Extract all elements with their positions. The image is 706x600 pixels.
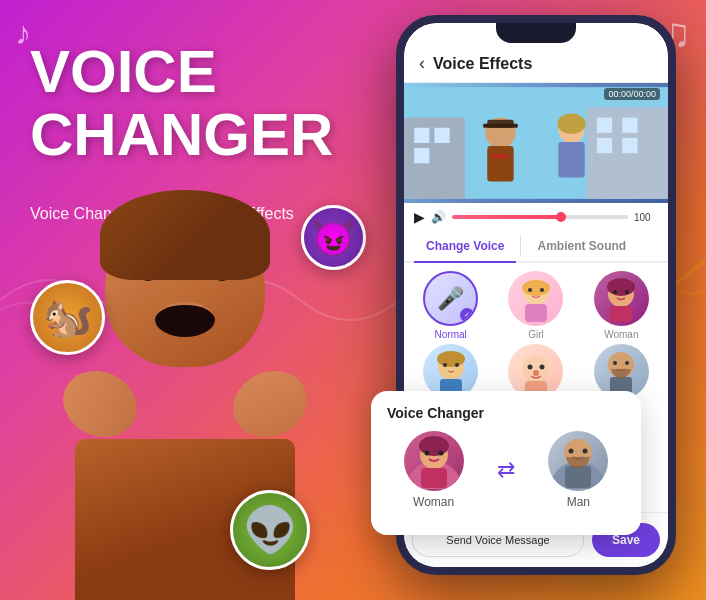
svg-rect-7 xyxy=(622,118,637,133)
phone-notch xyxy=(496,23,576,43)
progress-bar[interactable] xyxy=(452,215,628,219)
svg-rect-18 xyxy=(558,142,584,178)
vc-man-avatar xyxy=(548,431,608,491)
hands xyxy=(75,367,295,439)
volume-value: 100 xyxy=(634,212,658,223)
svg-point-16 xyxy=(498,154,502,158)
svg-point-31 xyxy=(437,351,465,367)
vc-from-person: Woman xyxy=(404,431,464,509)
progress-area: ▶ 🔊 100 xyxy=(404,203,668,231)
voice-changer-card: Voice Changer Woman ⇄ xyxy=(371,391,641,535)
effect-label-woman: Woman xyxy=(604,329,638,340)
svg-rect-13 xyxy=(487,146,513,182)
volume-button[interactable]: 🔊 xyxy=(431,210,446,224)
svg-rect-47 xyxy=(421,468,447,488)
sticker-devil: 😈 xyxy=(301,205,366,270)
vc-man-label: Man xyxy=(567,495,590,509)
effect-avatar-normal: 🎤 ✓ xyxy=(423,271,478,326)
video-scene xyxy=(404,83,668,203)
app-title: VOICE CHANGER xyxy=(30,40,380,166)
svg-point-48 xyxy=(424,451,429,456)
effect-avatar-girl xyxy=(508,271,563,326)
effect-normal[interactable]: 🎤 ✓ Normal xyxy=(416,271,486,340)
mic-icon: 🎤 xyxy=(437,286,464,312)
svg-point-37 xyxy=(527,364,532,369)
svg-point-33 xyxy=(443,363,447,367)
svg-rect-2 xyxy=(414,128,429,143)
play-button[interactable]: ▶ xyxy=(414,209,425,225)
svg-point-21 xyxy=(522,280,550,296)
svg-point-46 xyxy=(419,436,449,456)
effect-woman[interactable]: Woman xyxy=(586,271,656,340)
vc-woman-avatar xyxy=(404,431,464,491)
tab-divider xyxy=(520,236,521,256)
svg-point-19 xyxy=(557,114,585,134)
svg-point-23 xyxy=(528,288,532,292)
hand-left xyxy=(55,359,145,449)
svg-rect-27 xyxy=(610,306,632,322)
effect-label-girl: Girl xyxy=(528,329,544,340)
svg-point-43 xyxy=(625,361,629,365)
effect-avatar-woman xyxy=(594,271,649,326)
svg-point-53 xyxy=(569,449,574,454)
svg-rect-22 xyxy=(525,304,547,322)
svg-point-29 xyxy=(625,290,629,294)
voice-changer-title: Voice Changer xyxy=(387,405,625,421)
svg-rect-6 xyxy=(597,118,612,133)
effect-label-normal: Normal xyxy=(435,329,467,340)
back-button[interactable]: ‹ xyxy=(419,53,425,74)
effects-row-1: 🎤 ✓ Normal xyxy=(410,271,662,340)
vc-woman-label: Woman xyxy=(413,495,454,509)
svg-rect-8 xyxy=(597,138,612,153)
svg-point-49 xyxy=(438,451,443,456)
hair xyxy=(100,190,270,280)
vc-arrows-icon: ⇄ xyxy=(497,457,515,483)
sticker-alien: 👽 xyxy=(230,490,310,570)
hand-right xyxy=(225,359,315,449)
phone-mockup: ‹ Voice Effects xyxy=(381,15,691,585)
svg-rect-9 xyxy=(622,138,637,153)
svg-point-39 xyxy=(533,370,539,376)
svg-rect-4 xyxy=(414,148,429,163)
svg-point-28 xyxy=(613,290,617,294)
progress-thumb xyxy=(556,212,566,222)
voice-changer-row: Woman ⇄ Man xyxy=(387,431,625,509)
svg-point-38 xyxy=(539,364,544,369)
mouth xyxy=(155,302,215,337)
active-badge: ✓ xyxy=(460,308,474,322)
sticker-squirrel: 🐿️ xyxy=(30,280,105,355)
svg-point-42 xyxy=(613,361,617,365)
svg-rect-52 xyxy=(565,466,591,488)
svg-rect-3 xyxy=(434,128,449,143)
svg-point-34 xyxy=(455,363,459,367)
svg-rect-12 xyxy=(483,124,518,128)
svg-point-35 xyxy=(522,355,550,383)
tab-change-voice[interactable]: Change Voice xyxy=(414,231,516,261)
video-time: 00:00/00:00 xyxy=(604,88,660,100)
face xyxy=(105,210,265,367)
vc-to-person: Man xyxy=(548,431,608,509)
video-preview[interactable]: 00:00/00:00 xyxy=(404,83,668,203)
svg-point-54 xyxy=(583,449,588,454)
svg-point-24 xyxy=(540,288,544,292)
tab-row: Change Voice Ambient Sound xyxy=(404,231,668,263)
progress-fill xyxy=(452,215,566,219)
effect-girl[interactable]: Girl xyxy=(501,271,571,340)
tab-ambient-sound[interactable]: Ambient Sound xyxy=(525,231,638,261)
screen-title: Voice Effects xyxy=(433,55,532,73)
